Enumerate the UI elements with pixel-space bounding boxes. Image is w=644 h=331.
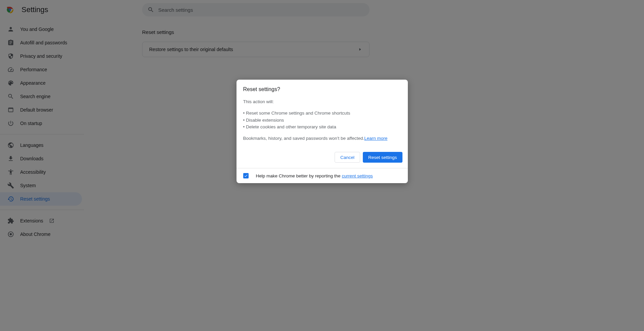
learn-more-link[interactable]: Learn more <box>364 136 387 141</box>
dialog-title: Reset settings? <box>243 86 401 92</box>
reset-settings-button[interactable]: Reset settings <box>363 152 402 163</box>
dialog-intro: This action will: <box>243 98 401 105</box>
dialog-outro: Bookmarks, history, and saved passwords … <box>243 135 401 142</box>
dialog-text: This action will: • Reset some Chrome se… <box>243 98 401 142</box>
report-settings-checkbox[interactable] <box>243 173 249 178</box>
cancel-button[interactable]: Cancel <box>335 152 360 163</box>
dialog-bullets: • Reset some Chrome settings and Chrome … <box>243 110 401 130</box>
current-settings-link[interactable]: current settings <box>342 173 373 178</box>
reset-settings-dialog: Reset settings? This action will: • Rese… <box>237 80 408 183</box>
modal-overlay[interactable]: Reset settings? This action will: • Rese… <box>0 0 644 331</box>
dialog-footer-text: Help make Chrome better by reporting the… <box>256 173 373 178</box>
